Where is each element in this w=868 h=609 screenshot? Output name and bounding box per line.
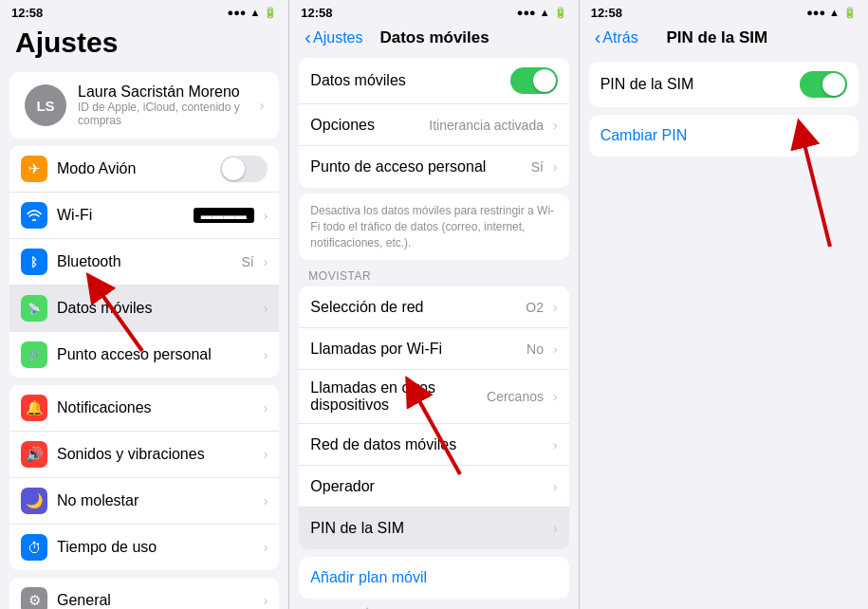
llamadas-wifi-chevron: › [553,341,558,357]
red-datos-row[interactable]: Red de datos móviles › [299,424,568,466]
hotspot-chevron: › [264,347,268,362]
panel2-header: ‹ Ajustes Datos móviles [289,23,578,54]
add-plan-item[interactable]: Añadir plan móvil [299,557,568,599]
wifi-status-icon: ▲ [249,7,260,18]
datos-toggle-label: Datos móviles [310,72,500,89]
bluetooth-value: Sí [241,254,253,269]
datos-moviles-panel: 12:58 ●●● ▲ 🔋 ‹ Ajustes Datos móviles Da… [289,0,578,609]
time-3: 12:58 [591,6,622,20]
status-bar-1: 12:58 ●●● ▲ 🔋 [0,0,288,23]
page-title-1: Ajustes [15,27,273,59]
red-datos-chevron: › [553,437,558,452]
status-icons-3: ●●● ▲ 🔋 [806,7,857,19]
seleccion-chevron: › [553,300,558,315]
panel3-title: PIN de la SIM [638,28,796,47]
sidebar-item-general[interactable]: ⚙ General › [9,578,279,609]
sidebar-item-datos-moviles[interactable]: 📡 Datos móviles › [9,286,279,332]
back-button-2[interactable]: ‹ Ajustes [305,27,362,48]
add-plan-label: Añadir plan móvil [310,569,427,586]
punto-acceso-chevron: › [553,159,558,175]
panel2-scroll[interactable]: Datos móviles Opciones Itinerancia activ… [289,54,578,609]
llamadas-otros-label: Llamadas en otros dispositivos [310,379,477,414]
seleccion-red-row[interactable]: Selección de red O2 › [299,286,568,328]
user-profile[interactable]: LS Laura Sacristán Moreno ID de Apple, i… [9,72,279,138]
status-bar-3: 12:58 ●●● ▲ 🔋 [580,0,868,23]
pin-sim-toggle-switch[interactable] [800,71,847,98]
focus-chevron: › [264,493,268,508]
user-name: Laura Sacristán Moreno [78,83,249,101]
info-text: Desactiva los datos móviles para restrin… [310,204,554,249]
bluetooth-chevron: › [264,254,268,269]
cambiar-pin-row[interactable]: Cambiar PIN [589,115,859,157]
llamadas-wifi-row[interactable]: Llamadas por Wi-Fi No › [299,328,568,370]
focus-label: No molestar [57,492,254,509]
wifi-status-icon-3: ▲ [829,7,840,18]
wifi-label: Wi-Fi [57,207,184,224]
time-2: 12:58 [301,6,332,20]
notif-label: Notificaciones [57,399,254,416]
info-box: Desactiva los datos móviles para restrin… [299,194,568,260]
status-bar-2: 12:58 ●●● ▲ 🔋 [289,0,578,23]
sidebar-item-modo-avion[interactable]: ✈ Modo Avión [9,146,279,193]
general-label: General [57,592,254,609]
datos-moviles-toggle[interactable] [510,67,558,94]
status-icons-2: ●●● ▲ 🔋 [517,7,567,19]
time-1: 12:58 [11,6,43,20]
hotspot-icon: 🔗 [21,341,47,368]
red-datos-label: Red de datos móviles [310,436,544,453]
sounds-icon: 🔊 [21,441,47,468]
screentime-label: Tiempo de uso [57,539,254,556]
opciones-row[interactable]: Opciones Itinerancia activada › [299,104,568,146]
seleccion-red-value: O2 [526,300,544,315]
punto-acceso-value: Sí [531,159,544,175]
pin-sim-toggle-row[interactable]: PIN de la SIM [589,62,859,107]
focus-icon: 🌙 [21,488,47,514]
llamadas-otros-chevron: › [553,389,558,404]
sidebar-item-punto-acceso[interactable]: 🔗 Punto acceso personal › [9,332,279,378]
battery-icon: 🔋 [264,7,277,19]
sidebar-item-tiempo-uso[interactable]: ⏱ Tiempo de uso › [9,525,279,570]
airplane-icon: ✈ [21,156,47,182]
sidebar-item-no-molestar[interactable]: 🌙 No molestar › [9,478,279,525]
main-container: 12:58 ●●● ▲ 🔋 Ajustes LS Laura Sacristán… [0,0,868,609]
back-button-3[interactable]: ‹ Atrás [595,27,638,48]
battery-icon-3: 🔋 [843,7,857,19]
cambiar-pin-label: Cambiar PIN [600,127,688,144]
back-chevron-3: ‹ [595,27,601,48]
llamadas-wifi-label: Llamadas por Wi-Fi [310,341,517,358]
movistar-group: Selección de red O2 › Llamadas por Wi-Fi… [299,286,568,549]
hotspot-label: Punto acceso personal [57,346,254,363]
screentime-chevron: › [264,540,268,555]
wifi-icon [21,202,47,229]
pin-sim-row[interactable]: PIN de la SIM › [299,508,568,549]
bluetooth-label: Bluetooth [57,253,231,270]
pin-sim-toggle-label: PIN de la SIM [600,76,790,93]
datos-main-group: Datos móviles Opciones Itinerancia activ… [299,58,568,188]
add-plan-group: Añadir plan móvil [299,557,568,599]
pin-sim-group: PIN de la SIM [589,62,859,107]
bluetooth-icon: ᛒ [21,249,47,275]
operador-row[interactable]: Operador › [299,466,568,508]
sidebar-item-bluetooth[interactable]: ᛒ Bluetooth Sí › [9,239,279,286]
datos-icon: 📡 [21,295,47,322]
signal-icon-2: ●●● [517,7,536,18]
modo-avion-toggle[interactable] [220,156,268,182]
datos-label: Datos móviles [57,300,254,317]
llamadas-otros-row[interactable]: Llamadas en otros dispositivos Cercanos … [299,370,568,424]
sidebar-item-sonidos[interactable]: 🔊 Sonidos y vibraciones › [9,432,279,478]
back-label-2: Ajustes [313,29,362,46]
opciones-label: Opciones [310,117,419,134]
chevron-icon: › [260,98,265,113]
seleccion-red-label: Selección de red [310,299,516,316]
pin-sim-label: PIN de la SIM [310,520,544,537]
signal-icon-3: ●●● [806,7,825,18]
wifi-value: ▬▬▬▬ [194,208,254,223]
punto-acceso-row[interactable]: Punto de acceso personal Sí › [299,146,568,188]
sidebar-item-wifi[interactable]: Wi-Fi ▬▬▬▬ › [9,193,279,239]
sidebar-item-notificaciones[interactable]: 🔔 Notificaciones › [9,385,279,432]
punto-acceso-label: Punto de acceso personal [310,158,521,175]
movistar-section-header: MOVISTAR [289,260,578,286]
panel3-header: ‹ Atrás PIN de la SIM [580,23,868,54]
datos-moviles-row[interactable]: Datos móviles [299,58,568,104]
modo-avion-label: Modo Avión [57,160,211,177]
